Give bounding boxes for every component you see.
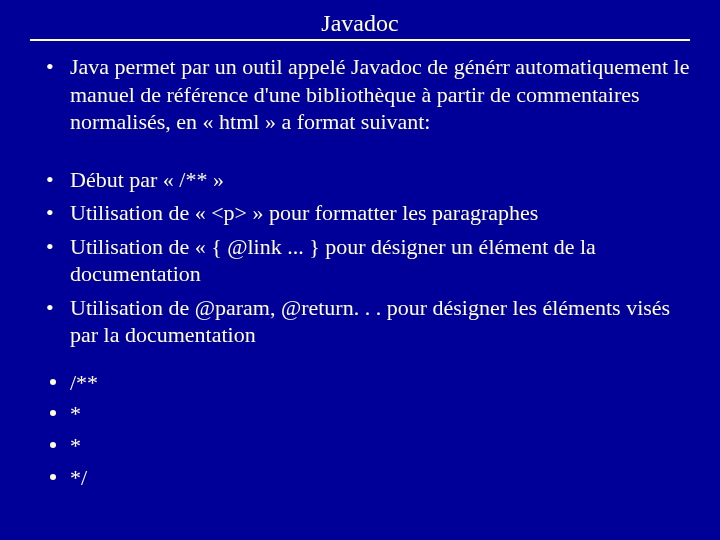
code-line: /** [46, 367, 690, 399]
bullet-item: Utilisation de « { @link ... } pour dési… [46, 233, 690, 288]
bullet-item: Java permet par un outil appelé Javadoc … [46, 53, 690, 136]
code-line: * [46, 398, 690, 430]
code-line: * [46, 430, 690, 462]
bullet-item: Utilisation de « <p> » pour formatter le… [46, 199, 690, 227]
bullet-item: Début par « /** » [46, 166, 690, 194]
bullet-group-code: /** * * */ [20, 367, 700, 495]
slide: Javadoc Java permet par un outil appelé … [0, 0, 720, 540]
slide-title: Javadoc [321, 8, 398, 39]
bullet-group-intro: Java permet par un outil appelé Javadoc … [20, 53, 700, 136]
title-underline [30, 39, 690, 41]
bullet-item: Utilisation de @param, @return. . . pour… [46, 294, 690, 349]
code-line: */ [46, 462, 690, 494]
title-wrap: Javadoc [20, 8, 700, 39]
bullet-group-usage: Début par « /** » Utilisation de « <p> »… [20, 166, 700, 349]
spacer [20, 142, 700, 166]
